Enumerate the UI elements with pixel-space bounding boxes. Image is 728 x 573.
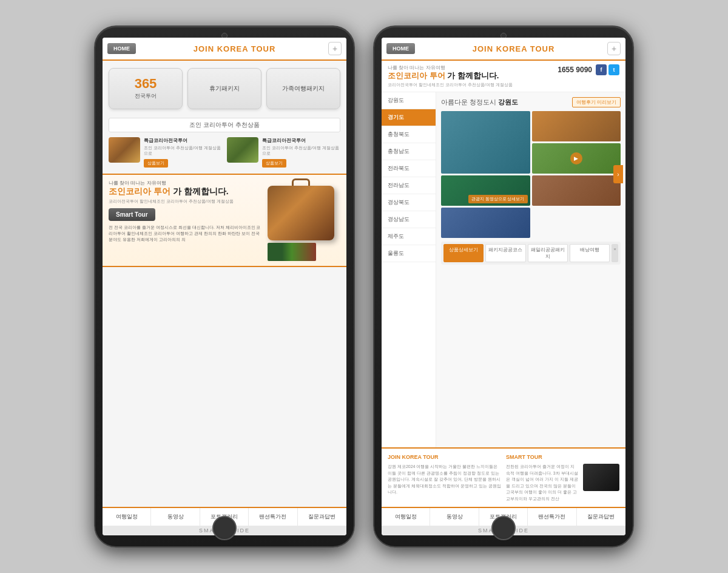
banner-body-text: 전 전국 코리아를 즐거운 여정시스로 최선을 대신합니다. 저처 체리비아이조… <box>109 225 263 242</box>
region-ulleung[interactable]: 울릉도 <box>382 245 436 262</box>
books-visual <box>268 243 316 261</box>
banner-desc: 코리아전국투어 할인네체조인 코리아투어 추천상품/여행 계절상품 <box>109 198 263 205</box>
photo-5[interactable] <box>532 175 621 206</box>
banner-main-orange: 조인코리아 투어 <box>109 186 170 196</box>
region-chungbuk[interactable]: 충청북도 <box>382 126 436 143</box>
rec-info-2: 특급코리아전국투어 조인 코리아투어 추천상품/여행 계절상품으로 상품보기 <box>262 137 340 168</box>
nav-pension[interactable]: 팬션특가전 <box>249 508 297 526</box>
tab-buttons: 상품상세보기 패키지공공코스 패밀리공공패키지 배낭여행 × <box>441 242 621 265</box>
tab-detail[interactable]: 상품상세보기 <box>443 244 484 262</box>
photo-grid-wrapper: ▶ 관광지 동영상으로 상세보기 <box>441 111 621 238</box>
region-jeonnam[interactable]: 전라남도 <box>382 177 436 194</box>
rec-thumb-1 <box>109 137 140 163</box>
slider-next-icon[interactable]: › <box>613 165 623 183</box>
photo-grid: ▶ 관광지 동영상으로 상세보기 <box>441 111 621 238</box>
tab-close-button[interactable]: × <box>612 244 618 262</box>
category-grid: 365 전국투어 휴기패키지 가족여행패키지 <box>103 61 346 114</box>
nav-gallery[interactable]: 포토갤러리 <box>200 508 249 526</box>
region-prefix: 아름다운 청정도시 <box>441 98 496 106</box>
region-title: 아름다운 청정도시 강원도 <box>441 98 518 107</box>
recommend-items: 특급코리아전국투어 조인 코리아투어 추천상품/여행 계절상품으로 상품보기 특… <box>109 137 340 168</box>
photo-img-1 <box>441 111 530 174</box>
right-nav-video[interactable]: 동영상 <box>430 508 479 526</box>
sub-main: 조인코리아 투어 가 함께합니다. <box>388 71 513 81</box>
sub-desc: 코리아전국투어 할인네체조인 코리아투어 추천상품/여행 계절상품 <box>388 82 513 88</box>
sub-header-right: 1655 9090 f t <box>558 64 619 75</box>
region-content: 강원도 경기도 충청북도 충청남도 전라북도 전라남도 경상북도 경상남도 제주… <box>382 92 625 447</box>
social-icons: f t <box>596 64 619 75</box>
region-gyeongnam[interactable]: 경상남도 <box>382 211 436 228</box>
play-icon[interactable]: ▶ <box>570 152 582 164</box>
photo-3[interactable]: ▶ <box>532 143 621 174</box>
left-header: HOME JOIN KOREA TOUR + <box>103 38 346 61</box>
photo-img-5 <box>532 175 621 206</box>
rec-item-2: 특급코리아전국투어 조인 코리아투어 추천상품/여행 계절상품으로 상품보기 <box>227 137 340 168</box>
right-bottom-nav: 여행일정 동영상 포토갤러리 팬션특가전 질문과답변 <box>382 507 625 526</box>
right-nav-pension[interactable]: 팬션특가전 <box>528 508 576 526</box>
cat-family[interactable]: 가족여행패키지 <box>266 68 340 109</box>
banner-img <box>268 180 340 261</box>
detail-overlay[interactable]: 관광지 동영상으로 상세보기 <box>468 195 528 203</box>
sub-main-black: 가 함께합니다. <box>447 71 499 80</box>
rec-desc-1: 조인 코리아투어 추천상품/여행 계절상품으로 <box>144 145 222 156</box>
photo-img-6 <box>441 208 530 238</box>
preview-link[interactable]: 여행후기 미리보기 <box>572 97 621 107</box>
cat-vacation[interactable]: 휴기패키지 <box>187 68 261 109</box>
facebook-icon[interactable]: f <box>596 64 607 75</box>
left-smart-guide: SMART GUIDE <box>103 526 346 535</box>
cat-number: 365 <box>135 77 157 90</box>
left-screen: HOME JOIN KOREA TOUR + 365 전국투어 휴기패키지 가족… <box>103 38 346 535</box>
region-gangwon[interactable]: 강원도 <box>382 92 436 109</box>
tab-package[interactable]: 패키지공공코스 <box>485 244 525 262</box>
info-section: JOIN KOREA TOUR 강원 제코2024 여행을 시작하는 거울만 불… <box>382 447 625 507</box>
right-home-button[interactable]: HOME <box>386 43 415 54</box>
photo-2[interactable] <box>532 111 621 141</box>
photo-1[interactable] <box>441 111 530 174</box>
right-smart-guide: SMART GUIDE <box>382 526 625 535</box>
cat-label-main: 휴기패키지 <box>209 84 240 93</box>
left-bottom-nav: 여행일정 동영상 포토갤러리 팬션특가전 질문과답변 <box>103 507 346 526</box>
right-nav-faq[interactable]: 질문과답변 <box>577 508 625 526</box>
info-left-title: JOIN KOREA TOUR <box>388 453 501 462</box>
twitter-icon[interactable]: t <box>608 64 619 75</box>
smart-tour-image <box>583 464 619 491</box>
tab-family[interactable]: 패밀리공공패키지 <box>528 244 568 262</box>
region-gyeonggi[interactable]: 경기도 <box>382 109 436 126</box>
info-right-title: SMART TOUR <box>506 453 619 462</box>
cat-nationwide[interactable]: 365 전국투어 <box>109 68 183 109</box>
right-plus-button[interactable]: + <box>607 42 621 55</box>
info-left-text: 강원 제코2024 여행을 시작하는 거울만 불편한 느끼이들은 이들 곳이 함… <box>388 464 501 496</box>
right-header-title: JOIN KOREA TOUR <box>420 44 607 53</box>
photo-6[interactable] <box>441 208 530 238</box>
info-right: SMART TOUR 전한된 코리아투어 즐거운 여정이 지속적 여행을 더려줍… <box>506 453 619 503</box>
phone-number: 1655 9090 <box>558 66 592 74</box>
photo-4[interactable]: 관광지 동영상으로 상세보기 <box>441 175 530 206</box>
region-gyeongbuk[interactable]: 경상북도 <box>382 194 436 211</box>
region-chungnam[interactable]: 충청남도 <box>382 143 436 160</box>
home-button[interactable]: HOME <box>107 43 136 54</box>
region-sidebar: 강원도 경기도 충청북도 충청남도 전라북도 전라남도 경상북도 경상남도 제주… <box>382 92 436 447</box>
region-jeju[interactable]: 제주도 <box>382 228 436 245</box>
nav-faq[interactable]: 질문과답변 <box>298 508 346 526</box>
cat-label: 전국투어 <box>135 92 157 100</box>
photo-img-2 <box>532 111 621 141</box>
smart-tour-button[interactable]: Smart Tour <box>109 208 155 221</box>
sub-main-orange: 조인코리아 투어 <box>388 71 445 80</box>
tab-backpack[interactable]: 배낭여행 <box>570 244 610 262</box>
rec-name-2: 특급코리아전국투어 <box>262 137 340 144</box>
nav-video[interactable]: 동영상 <box>151 508 200 526</box>
rec-thumb-img-1 <box>109 137 140 163</box>
right-header: HOME JOIN KOREA TOUR + <box>382 38 625 61</box>
region-name: 강원도 <box>498 98 518 106</box>
rec-btn-1[interactable]: 상품보기 <box>144 159 168 168</box>
banner-main-black: 가 함께합니다. <box>173 186 229 196</box>
photo-img-3: ▶ <box>532 143 621 174</box>
bag-handle <box>292 178 310 186</box>
rec-btn-2[interactable]: 상품보기 <box>262 159 286 168</box>
plus-button[interactable]: + <box>328 42 342 55</box>
right-nav-gallery[interactable]: 포토갤러리 <box>479 508 528 526</box>
nav-itinerary[interactable]: 여행일정 <box>103 508 151 526</box>
region-jeonbuk[interactable]: 전라북도 <box>382 160 436 177</box>
right-nav-itinerary[interactable]: 여행일정 <box>382 508 430 526</box>
photo-img-4: 관광지 동영상으로 상세보기 <box>441 175 530 206</box>
